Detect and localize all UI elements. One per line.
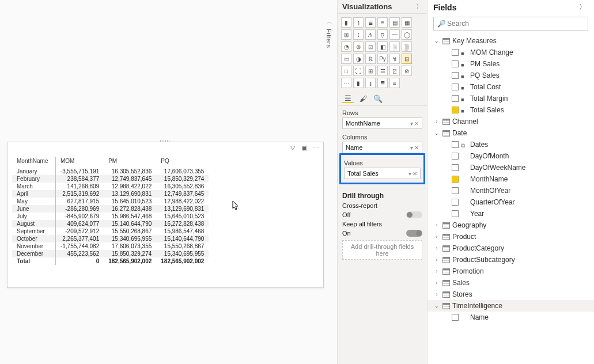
fields-search[interactable]: 🔎 xyxy=(433,17,588,31)
table-date[interactable]: ⌄Date xyxy=(427,127,594,139)
close-icon[interactable]: ✕ xyxy=(414,145,419,151)
table-row[interactable]: May627,817,91515,645,010,52312,988,422,0… xyxy=(12,198,209,205)
expand-icon[interactable]: ⌄ xyxy=(433,303,440,309)
table-row[interactable]: June-286,280,96916,272,828,43813,129,690… xyxy=(12,205,209,213)
table-row[interactable]: November-1,755,744,08217,606,073,35515,5… xyxy=(12,242,209,250)
filter-icon[interactable]: ▽ xyxy=(289,143,297,151)
column-header[interactable]: PM xyxy=(104,157,156,168)
viz-type-icon[interactable]: ◯ xyxy=(402,29,412,40)
expand-icon[interactable]: › xyxy=(433,222,440,228)
table-product[interactable]: ›Product xyxy=(427,231,594,242)
expand-icon[interactable]: › xyxy=(433,234,440,240)
expand-icon[interactable]: › xyxy=(433,268,440,274)
viz-type-icon[interactable]: ⊞ xyxy=(341,29,351,40)
field-checkbox[interactable] xyxy=(452,176,459,183)
more-icon[interactable]: ⋯ xyxy=(312,143,320,151)
field-checkbox[interactable] xyxy=(452,187,459,194)
search-input[interactable] xyxy=(446,19,584,28)
viz-type-icon[interactable]: ≡ xyxy=(377,17,388,28)
table-productcategory[interactable]: ›ProductCategory xyxy=(427,242,594,254)
viz-type-icon[interactable]: □ xyxy=(341,66,351,76)
keep-filters-toggle[interactable] xyxy=(406,230,422,237)
chevron-right-icon[interactable]: 〉 xyxy=(416,2,422,11)
drag-grip-icon[interactable] xyxy=(160,140,171,142)
expand-icon[interactable]: › xyxy=(433,291,440,297)
table-row[interactable]: August409,624,07715,140,644,79016,272,82… xyxy=(12,220,209,227)
close-icon[interactable]: ✕ xyxy=(413,170,417,177)
analytics-tab-icon[interactable]: 🔍 xyxy=(372,94,384,103)
field-dayofmonth[interactable]: DayOfMonth xyxy=(427,150,594,162)
field-checkbox[interactable] xyxy=(452,72,459,79)
table-stores[interactable]: ›Stores xyxy=(427,289,594,300)
values-well-item[interactable]: Total Sales ▾ ✕ xyxy=(344,168,421,179)
table-promotion[interactable]: ›Promotion xyxy=(427,266,594,277)
chevron-right-icon[interactable]: 〉 xyxy=(577,2,588,12)
cross-report-toggle[interactable] xyxy=(406,211,422,218)
drillthrough-dropzone[interactable]: Add drill-through fields here xyxy=(342,240,422,260)
filters-pane-collapsed[interactable]: 〈 Filters xyxy=(326,17,332,48)
table-row[interactable]: April2,515,319,69213,129,690,83112,749,8… xyxy=(12,190,209,198)
viz-type-icon[interactable]: 〰 xyxy=(389,29,400,40)
viz-type-icon[interactable]: ℝ xyxy=(365,54,376,64)
viz-type-icon[interactable]: ▮ xyxy=(341,17,351,28)
expand-icon[interactable]: › xyxy=(433,119,440,124)
viz-type-icon[interactable]: ⫶ xyxy=(353,29,364,40)
table-row[interactable]: December455,223,56215,850,329,27415,340,… xyxy=(12,250,209,257)
field-dayofweekname[interactable]: DayOfWeekName xyxy=(427,162,594,173)
viz-type-icon[interactable]: ▦ xyxy=(402,17,412,28)
field-total sales[interactable]: Total Sales xyxy=(427,104,594,116)
field-checkbox[interactable] xyxy=(452,60,459,67)
viz-type-icon[interactable]: ⊟ xyxy=(402,54,412,64)
viz-type-icon[interactable]: ≡ xyxy=(389,78,400,88)
field-total margin[interactable]: Total Margin xyxy=(427,93,594,104)
report-canvas[interactable]: 〈 Filters ▽ ▣ ⋯ MonthNameMOMPMPQ January… xyxy=(0,0,337,364)
table-geography[interactable]: ›Geography xyxy=(427,219,594,231)
expand-icon[interactable]: ⌄ xyxy=(433,130,440,136)
viz-type-icon[interactable]: ⋯ xyxy=(341,78,351,88)
expand-icon[interactable]: ⌄ xyxy=(433,38,440,44)
table-row[interactable]: September-209,572,91215,550,268,86715,98… xyxy=(12,227,209,235)
viz-type-icon[interactable]: Py xyxy=(377,54,388,64)
field-checkbox[interactable] xyxy=(452,314,459,321)
viz-type-icon[interactable]: ◔ xyxy=(341,41,351,52)
field-checkbox[interactable] xyxy=(452,141,459,148)
viz-type-icon[interactable]: ↯ xyxy=(389,54,400,64)
close-icon[interactable]: ✕ xyxy=(414,120,419,127)
matrix-visual[interactable]: ▽ ▣ ⋯ MonthNameMOMPMPQ January-3,555,715… xyxy=(7,142,324,288)
viz-type-icon[interactable]: ⛶ xyxy=(353,66,364,76)
field-checkbox[interactable] xyxy=(452,199,459,206)
viz-type-icon[interactable]: ⊞ xyxy=(365,66,376,76)
chevron-down-icon[interactable]: ▾ xyxy=(410,120,413,127)
field-name[interactable]: Name xyxy=(427,312,594,323)
field-checkbox[interactable] xyxy=(452,153,459,160)
field-checkbox[interactable] xyxy=(452,95,459,102)
field-total cost[interactable]: Total Cost xyxy=(427,81,594,93)
focus-icon[interactable]: ▣ xyxy=(300,143,308,151)
field-year[interactable]: Year xyxy=(427,208,594,219)
column-header[interactable]: PQ xyxy=(156,157,209,168)
field-pm sales[interactable]: PM Sales xyxy=(427,58,594,70)
viz-type-icon[interactable]: ▤ xyxy=(389,17,400,28)
viz-type-icon[interactable]: ☰ xyxy=(377,66,388,76)
viz-type-icon[interactable]: ⩢ xyxy=(377,29,388,40)
viz-type-icon[interactable]: ⫿ xyxy=(365,78,376,88)
column-header[interactable]: MOM xyxy=(55,157,104,168)
viz-type-icon[interactable]: ≣ xyxy=(377,78,388,88)
table-row[interactable]: July-845,902,67915,986,547,46815,645,010… xyxy=(12,213,209,220)
viz-type-icon[interactable]: ⩚ xyxy=(365,29,376,40)
columns-well-item[interactable]: Name ▾ ✕ xyxy=(342,142,422,153)
field-monthname[interactable]: MonthName xyxy=(427,173,594,185)
format-tab-icon[interactable]: 🖌 xyxy=(357,94,369,103)
viz-type-icon[interactable]: ▮ xyxy=(353,78,364,88)
table-row[interactable]: March141,268,80912,988,422,02216,305,552… xyxy=(12,183,209,190)
field-checkbox[interactable] xyxy=(452,49,459,56)
table-row[interactable]: January-3,555,715,19116,305,552,83617,60… xyxy=(12,168,209,175)
table-channel[interactable]: ›Channel xyxy=(427,116,594,127)
field-checkbox[interactable] xyxy=(452,107,459,113)
table-productsubcategory[interactable]: ›ProductSubcategory xyxy=(427,254,594,266)
viz-type-icon[interactable]: ⊘ xyxy=(402,66,412,76)
table-row[interactable]: October2,265,377,40115,340,695,95515,140… xyxy=(12,235,209,242)
expand-icon[interactable]: › xyxy=(433,245,440,251)
viz-type-icon[interactable]: ◑ xyxy=(353,54,364,64)
viz-type-icon[interactable]: ◧ xyxy=(377,41,388,52)
